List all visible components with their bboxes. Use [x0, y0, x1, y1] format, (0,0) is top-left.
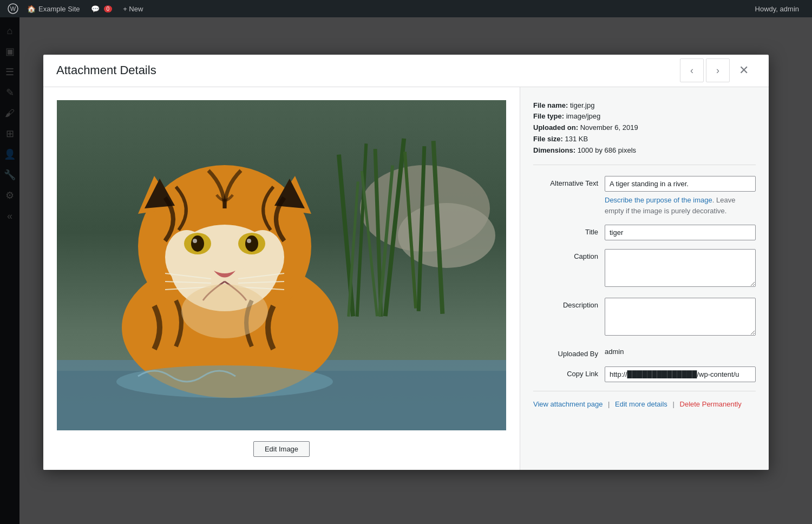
modal-header: Attachment Details ‹ › ✕	[43, 55, 769, 87]
svg-text:W: W	[10, 5, 16, 12]
file-size-row: File size: 131 KB	[533, 134, 756, 145]
caption-field	[605, 249, 756, 289]
admin-bar-comments[interactable]: 💬 0	[86, 0, 118, 17]
svg-point-39	[181, 284, 268, 338]
caption-label: Caption	[533, 249, 598, 260]
modal-title: Attachment Details	[56, 63, 156, 77]
details-panel: File name: tiger.jpg File type: image/jp…	[520, 87, 769, 470]
dimensions-label: Dimensions:	[533, 146, 575, 154]
description-label: Description	[533, 298, 598, 309]
description-field	[605, 298, 756, 338]
modal-navigation: ‹ › ✕	[678, 58, 756, 82]
svg-point-29	[245, 235, 258, 252]
svg-point-30	[193, 239, 197, 243]
close-modal-button[interactable]: ✕	[732, 58, 756, 82]
file-name-value: tiger.jpg	[570, 101, 595, 109]
file-name-label: File name:	[533, 101, 568, 109]
admin-bar-site[interactable]: 🏠 Example Site	[22, 0, 86, 17]
alt-text-label: Alternative Text	[533, 176, 598, 187]
title-label: Title	[533, 225, 598, 236]
file-type-label: File type:	[533, 112, 564, 120]
file-size-label: File size:	[533, 135, 563, 143]
uploaded-on-label: Uploaded on:	[533, 123, 578, 132]
attachment-actions: View attachment page | Edit more details…	[533, 400, 756, 408]
uploaded-by-value: admin	[605, 344, 624, 356]
dimensions-value: 1000 by 686 pixels	[578, 146, 636, 154]
prev-attachment-button[interactable]: ‹	[680, 58, 704, 82]
caption-textarea[interactable]	[605, 249, 756, 287]
copy-link-label: Copy Link	[533, 366, 598, 378]
modal-overlay: Attachment Details ‹ › ✕	[0, 0, 812, 524]
svg-point-28	[191, 235, 204, 252]
alt-text-hint-link[interactable]: Describe the purpose of the image	[605, 196, 712, 204]
title-input[interactable]	[605, 225, 756, 240]
alt-text-field: Describe the purpose of the image. Leave…	[605, 176, 756, 216]
admin-bar: W 🏠 Example Site 💬 0 + New Howdy, admin	[0, 0, 812, 17]
copy-link-input[interactable]	[605, 366, 756, 382]
description-row: Description	[533, 298, 756, 338]
image-panel: Edit Image	[43, 87, 520, 470]
alt-text-hint: Describe the purpose of the image. Leave…	[605, 195, 756, 216]
dimensions-row: Dimensions: 1000 by 686 pixels	[533, 145, 756, 156]
view-attachment-link[interactable]: View attachment page	[533, 400, 603, 408]
image-preview	[57, 100, 506, 430]
edit-image-button[interactable]: Edit Image	[253, 441, 310, 457]
delete-permanently-link[interactable]: Delete Permanently	[680, 400, 742, 408]
title-row: Title	[533, 225, 756, 240]
file-metadata: File name: tiger.jpg File type: image/jp…	[533, 100, 756, 166]
copy-link-field	[605, 366, 756, 382]
modal-body: Edit Image File name: tiger.jpg File typ…	[43, 87, 769, 470]
uploaded-by-label: Uploaded By	[533, 346, 598, 358]
svg-point-31	[247, 239, 251, 243]
alt-text-row: Alternative Text Describe the purpose of…	[533, 176, 756, 216]
uploaded-on-row: Uploaded on: November 6, 2019	[533, 122, 756, 134]
file-name-row: File name: tiger.jpg	[533, 100, 756, 112]
file-type-row: File type: image/jpeg	[533, 111, 756, 122]
next-attachment-button[interactable]: ›	[706, 58, 730, 82]
caption-row: Caption	[533, 249, 756, 289]
panel-divider	[533, 391, 756, 391]
wp-logo[interactable]: W	[4, 0, 22, 17]
separator-1: |	[608, 400, 610, 408]
svg-point-38	[116, 365, 333, 398]
copy-link-row: Copy Link	[533, 366, 756, 382]
alt-text-input[interactable]	[605, 176, 756, 192]
uploaded-on-value: November 6, 2019	[580, 123, 638, 132]
separator-2: |	[673, 400, 675, 408]
attachment-details-modal: Attachment Details ‹ › ✕	[43, 55, 769, 470]
description-textarea[interactable]	[605, 298, 756, 336]
file-type-value: image/jpeg	[566, 112, 601, 120]
uploaded-by-field: admin	[605, 346, 756, 356]
title-field	[605, 225, 756, 240]
file-size-value: 131 KB	[565, 135, 588, 143]
edit-more-details-link[interactable]: Edit more details	[615, 400, 667, 408]
admin-bar-new[interactable]: + New	[117, 0, 148, 17]
admin-bar-howdy: Howdy, admin	[755, 5, 808, 13]
uploaded-by-row: Uploaded By admin	[533, 346, 756, 358]
